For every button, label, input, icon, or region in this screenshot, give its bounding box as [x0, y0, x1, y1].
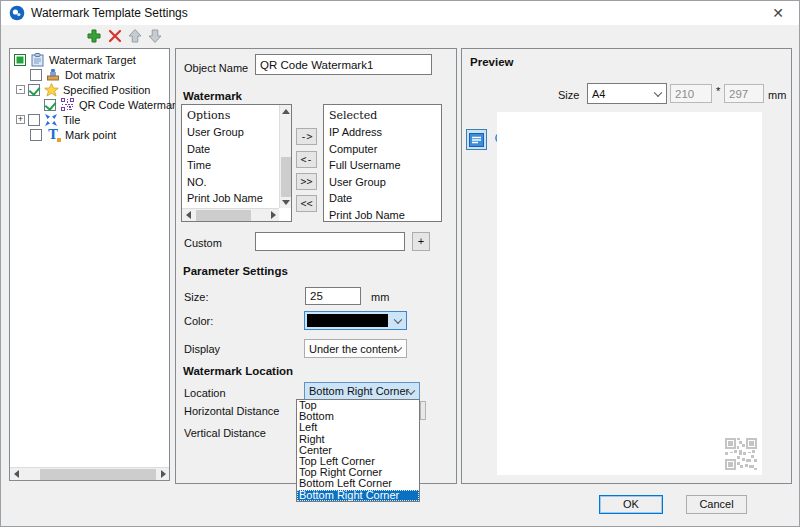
tree-item-label: Watermark Target — [49, 54, 136, 66]
watermark-template-settings-dialog: Watermark Template Settings ✕ Watermark … — [0, 0, 800, 527]
preview-section-label: Preview — [470, 56, 513, 68]
options-vertical-scrollbar[interactable] — [279, 105, 291, 208]
object-name-input[interactable] — [255, 54, 432, 75]
dropdown-option[interactable]: Left — [297, 422, 419, 433]
tree-item-specified-position[interactable]: - Specified Position — [16, 82, 150, 97]
options-horizontal-scrollbar[interactable] — [182, 208, 279, 221]
scrollbar-thumb[interactable] — [40, 469, 156, 480]
move-all-left-button[interactable]: << — [296, 195, 317, 212]
delete-icon[interactable] — [106, 28, 124, 46]
list-item[interactable]: Date — [182, 141, 291, 158]
list-item[interactable]: IP Address — [324, 124, 441, 141]
scroll-left-icon[interactable] — [182, 209, 194, 221]
list-item[interactable]: Print Job Name — [324, 207, 441, 223]
move-left-button[interactable]: <- — [296, 151, 317, 168]
tree-item-mark-point[interactable]: T Mark point — [30, 127, 116, 142]
checkbox[interactable] — [44, 99, 56, 111]
horizontal-distance-label: Horizontal Distance — [184, 405, 279, 417]
options-listbox[interactable]: Options User Group Date Time NO. Print J… — [181, 104, 292, 222]
size-label: Size: — [184, 291, 208, 303]
dropdown-option-selected[interactable]: Bottom Right Corner — [297, 490, 419, 501]
selected-header: Selected — [324, 105, 441, 124]
page-view-icon[interactable] — [466, 129, 487, 150]
scroll-right-icon[interactable] — [157, 468, 169, 480]
list-item[interactable]: Full Username — [324, 157, 441, 174]
list-item[interactable]: NO. — [182, 174, 291, 191]
watermark-tree-panel: Watermark Target Dot matrix - Specified … — [9, 48, 170, 481]
hidden-input-edge — [420, 401, 426, 420]
preview-size-label: Size — [558, 89, 579, 101]
paper-height-input — [724, 84, 764, 103]
checkbox[interactable] — [30, 69, 42, 81]
ok-button[interactable]: OK — [599, 495, 663, 514]
scroll-up-icon[interactable] — [280, 105, 292, 117]
collapse-icon[interactable]: - — [16, 85, 25, 94]
scrollbar-thumb[interactable] — [281, 157, 291, 197]
add-icon[interactable] — [85, 28, 103, 46]
location-value: Bottom Right Corner — [309, 385, 409, 397]
scrollbar-thumb[interactable] — [196, 210, 251, 221]
close-icon[interactable]: ✕ — [767, 4, 789, 22]
paper-unit-label: mm — [768, 89, 786, 101]
object-name-label: Object Name — [184, 62, 248, 74]
paper-width-input — [670, 84, 712, 103]
scroll-left-icon[interactable] — [10, 468, 22, 480]
list-item[interactable]: User Group — [324, 174, 441, 191]
tree-item-watermark-target[interactable]: Watermark Target — [14, 52, 136, 67]
scroll-right-icon[interactable] — [267, 209, 279, 221]
scroll-down-icon[interactable] — [280, 196, 292, 208]
tree-item-dot-matrix[interactable]: Dot matrix — [30, 67, 115, 82]
star-icon — [43, 82, 59, 97]
expand-icon[interactable]: + — [16, 115, 25, 124]
color-swatch — [307, 314, 388, 327]
location-dropdown-list[interactable]: Top Bottom Left Right Center Top Left Co… — [296, 399, 420, 502]
tile-icon — [43, 112, 59, 127]
times-glyph: * — [716, 85, 720, 97]
move-up-icon[interactable] — [126, 28, 144, 46]
dropdown-option[interactable]: Bottom Left Corner — [297, 478, 419, 489]
color-dropdown[interactable] — [304, 311, 407, 330]
tree-item-label: QR Code Watermark1 — [79, 99, 187, 111]
chevron-down-icon — [394, 316, 402, 324]
move-down-icon[interactable] — [146, 28, 164, 46]
display-dropdown[interactable]: Under the content — [304, 339, 407, 358]
tree-item-label: Dot matrix — [65, 69, 115, 81]
tree-item-label: Specified Position — [63, 84, 150, 96]
list-item[interactable]: Time — [182, 157, 291, 174]
clipboard-icon — [29, 52, 45, 67]
list-item[interactable]: Date — [324, 190, 441, 207]
location-dropdown[interactable]: Bottom Right Corner — [304, 382, 420, 400]
preview-panel: Preview Size A4 * mm — [461, 48, 792, 484]
list-item[interactable]: User Group — [182, 124, 291, 141]
checkbox[interactable] — [28, 84, 40, 96]
list-item[interactable]: Print Job Name — [182, 190, 291, 207]
stamp-icon — [45, 67, 61, 82]
parameter-settings-label: Parameter Settings — [183, 265, 288, 277]
watermark-section-label: Watermark — [183, 90, 242, 102]
tree-item-label: Mark point — [65, 129, 116, 141]
watermark-location-label: Watermark Location — [183, 365, 293, 377]
tree-item-qr-code-watermark[interactable]: QR Code Watermark1 — [44, 97, 187, 112]
tree-item-label: Tile — [63, 114, 80, 126]
preview-page — [497, 112, 762, 475]
checkbox[interactable] — [14, 54, 26, 66]
options-header: Options — [182, 105, 291, 124]
custom-label: Custom — [184, 237, 222, 249]
window-title: Watermark Template Settings — [31, 6, 188, 20]
add-custom-button[interactable]: + — [412, 232, 430, 251]
cancel-button[interactable]: Cancel — [686, 495, 747, 514]
move-right-button[interactable]: -> — [296, 128, 317, 145]
move-all-right-button[interactable]: >> — [296, 173, 317, 190]
paper-size-dropdown[interactable]: A4 — [587, 83, 667, 104]
custom-input[interactable] — [255, 232, 405, 251]
paper-size-value: A4 — [592, 88, 605, 100]
tree-horizontal-scrollbar[interactable] — [10, 467, 169, 480]
checkbox[interactable] — [28, 114, 40, 126]
tree-item-tile[interactable]: + Tile — [16, 112, 80, 127]
chevron-down-icon — [654, 89, 662, 97]
list-item[interactable]: Computer — [324, 141, 441, 158]
selected-listbox[interactable]: Selected IP Address Computer Full Userna… — [323, 104, 442, 222]
location-label: Location — [184, 387, 226, 399]
checkbox[interactable] — [30, 129, 42, 141]
size-input[interactable] — [305, 287, 361, 305]
